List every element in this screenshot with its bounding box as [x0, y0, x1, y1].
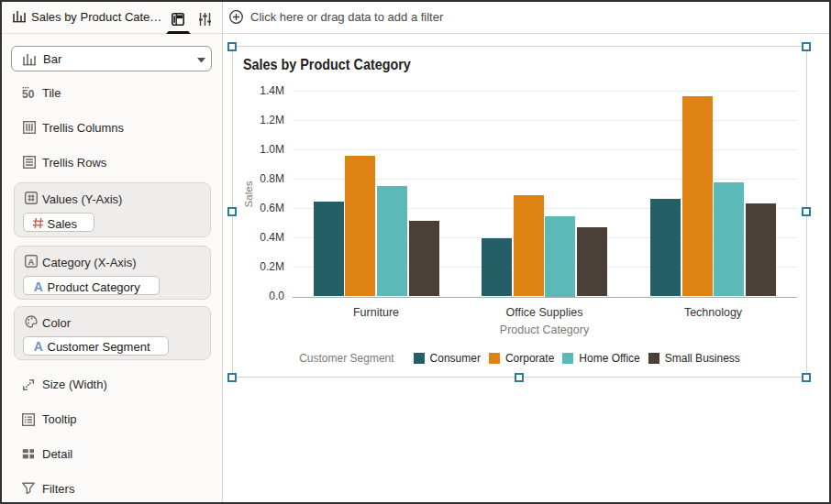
svg-text:A: A — [33, 280, 42, 292]
svg-text:A: A — [28, 257, 34, 267]
svg-text:50: 50 — [22, 88, 35, 99]
svg-text:A: A — [33, 340, 42, 352]
